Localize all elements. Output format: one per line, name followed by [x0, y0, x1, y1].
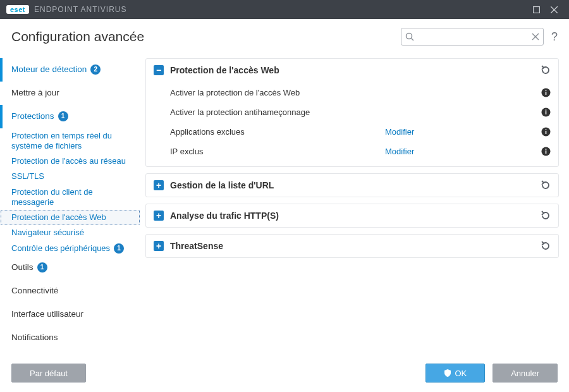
revert-icon[interactable]: [541, 65, 551, 75]
info-icon[interactable]: [541, 147, 551, 156]
sidebar-item-notifications[interactable]: Notifications: [0, 326, 140, 350]
row-enable-web-protection: Activer la protection de l'accès Web: [154, 83, 551, 102]
setting-label: Activer la protection antihameçonnage: [170, 107, 385, 117]
sidebar-item-connectivity[interactable]: Connectivité: [0, 279, 140, 303]
page-title: Configuration avancée: [11, 29, 144, 44]
sidebar-item-tools[interactable]: Outils 1: [0, 256, 140, 279]
panel-header-url-list-management[interactable]: + Gestion de la liste d'URL: [146, 174, 558, 197]
sidebar-item-web-access-protection[interactable]: Protection de l'accès Web: [0, 210, 140, 225]
sidebar-item-update[interactable]: Mettre à jour: [0, 82, 140, 105]
setting-label: IP exclus: [170, 147, 385, 156]
badge: 1: [114, 243, 124, 254]
panel-title: Analyse du trafic HTTP(S): [170, 211, 279, 221]
modify-excluded-applications-link[interactable]: Modifier: [385, 127, 414, 137]
sidebar-item-protections[interactable]: Protections 1: [0, 105, 140, 128]
window-maximize-button[interactable]: [527, 0, 545, 19]
cancel-button[interactable]: Annuler: [493, 364, 558, 383]
sidebar-item-user-interface[interactable]: Interface utilisateur: [0, 303, 140, 326]
expand-icon: +: [154, 241, 164, 251]
svg-rect-0: [533, 6, 539, 13]
revert-icon[interactable]: [541, 241, 551, 251]
svg-rect-14: [546, 131, 547, 134]
help-button[interactable]: ?: [551, 30, 558, 44]
sidebar-item-label: Contrôle des périphériques: [11, 243, 110, 254]
panel-web-access-protection: − Protection de l'accès Web Activer la p…: [145, 58, 559, 167]
revert-icon[interactable]: [541, 180, 551, 190]
product-name: ENDPOINT ANTIVIRUS: [34, 5, 126, 14]
window-close-button[interactable]: [545, 0, 563, 19]
expand-icon: +: [154, 180, 164, 190]
panel-title: ThreatSense: [170, 241, 223, 251]
svg-line-4: [411, 39, 413, 41]
search-box: [401, 28, 544, 46]
sidebar-item-realtime-file-protection[interactable]: Protection en temps réel du système de f…: [0, 128, 140, 154]
sidebar-item-mail-client-protection[interactable]: Protection du client de messagerie: [0, 185, 140, 211]
revert-icon[interactable]: [541, 211, 551, 221]
svg-rect-8: [546, 92, 547, 95]
sidebar-item-label: Mettre à jour: [11, 88, 59, 99]
sidebar: Moteur de détection 2 Mettre à jour Prot…: [0, 53, 140, 355]
sidebar-item-label: Connectivité: [11, 286, 58, 297]
row-enable-antiphishing: Activer la protection antihameçonnage: [154, 102, 551, 122]
panel-title: Gestion de la liste d'URL: [170, 180, 274, 190]
setting-label: Activer la protection de l'accès Web: [170, 88, 385, 97]
panel-http-traffic-scanning: + Analyse du trafic HTTP(S): [145, 204, 559, 228]
info-icon[interactable]: [541, 127, 551, 137]
sidebar-item-ssl-tls[interactable]: SSL/TLS: [0, 169, 140, 184]
sidebar-item-label: Moteur de détection: [11, 64, 87, 75]
badge: 1: [58, 111, 68, 121]
svg-rect-15: [546, 129, 547, 130]
svg-point-3: [406, 34, 412, 39]
panel-header-threatsense[interactable]: + ThreatSense: [146, 235, 558, 257]
row-excluded-ips: IP exclus Modifier: [154, 142, 551, 161]
sidebar-item-label: Notifications: [11, 333, 58, 343]
collapse-icon: −: [154, 65, 164, 75]
badge: 2: [90, 64, 101, 75]
svg-rect-12: [546, 109, 547, 111]
modify-excluded-ips-link[interactable]: Modifier: [385, 147, 414, 156]
svg-rect-11: [546, 111, 547, 114]
info-icon[interactable]: [541, 107, 551, 117]
ok-button[interactable]: OK: [425, 364, 485, 383]
svg-rect-9: [546, 90, 547, 91]
clear-search-icon[interactable]: [532, 33, 539, 40]
panel-title: Protection de l'accès Web: [170, 65, 279, 75]
sidebar-item-label: Outils: [11, 262, 34, 273]
panel-header-http-traffic-scanning[interactable]: + Analyse du trafic HTTP(S): [146, 204, 558, 227]
header: Configuration avancée ?: [0, 19, 569, 53]
brand-logo: eset: [6, 5, 29, 14]
search-input[interactable]: [401, 28, 544, 46]
svg-rect-18: [546, 149, 547, 150]
sidebar-item-device-control[interactable]: Contrôle des périphériques 1: [0, 241, 140, 256]
default-button[interactable]: Par défaut: [11, 364, 86, 383]
footer: Par défaut OK Annuler: [0, 355, 569, 391]
expand-icon: +: [154, 211, 164, 221]
setting-label: Applications exclues: [170, 127, 385, 137]
titlebar: eset ENDPOINT ANTIVIRUS: [0, 0, 569, 19]
panel-header-web-access-protection[interactable]: − Protection de l'accès Web: [146, 59, 558, 82]
sidebar-item-secure-browser[interactable]: Navigateur sécurisé: [0, 225, 140, 240]
sidebar-item-label: Interface utilisateur: [11, 309, 83, 320]
info-icon[interactable]: [541, 88, 551, 97]
sidebar-item-label: Protections: [11, 111, 54, 122]
panel-url-list-management: + Gestion de la liste d'URL: [145, 173, 559, 197]
svg-rect-17: [546, 150, 547, 154]
badge: 1: [37, 262, 47, 273]
shield-icon: [444, 369, 451, 377]
panel-threatsense: + ThreatSense: [145, 234, 559, 258]
main-content: − Protection de l'accès Web Activer la p…: [140, 53, 564, 355]
row-excluded-applications: Applications exclues Modifier: [154, 122, 551, 142]
sidebar-item-detection-engine[interactable]: Moteur de détection 2: [0, 58, 140, 82]
sidebar-item-network-access-protection[interactable]: Protection de l'accès au réseau: [0, 154, 140, 169]
search-icon: [405, 32, 414, 41]
